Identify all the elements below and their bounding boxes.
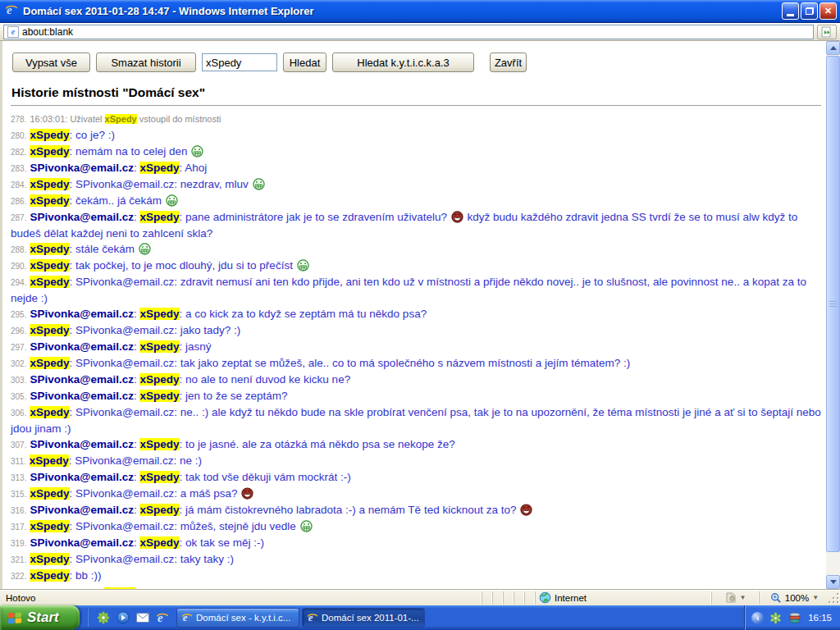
smazat-historii-button[interactable]: Smazat historii [96, 52, 196, 72]
message-text: : SPivonka@email.cz: ne.. :) ale když tu… [11, 406, 821, 435]
internet-explorer-icon: e [181, 612, 193, 623]
address-url: about:blank [22, 26, 73, 38]
taskbar-task-button[interactable]: eDomácí sex 2011-01-... [302, 608, 425, 628]
mail-icon[interactable] [135, 611, 149, 625]
message-text: : co je? :) [70, 129, 116, 141]
nick-highlighted: xSpedy [105, 114, 137, 124]
line-number: 286. [11, 197, 26, 206]
divider-top [11, 105, 821, 106]
zavrit-button[interactable]: Zavřít [490, 52, 527, 72]
chat-message-line: 316.SPivonka@email.cz: xSpedy: já mám či… [11, 502, 823, 518]
line-number: 280. [11, 131, 26, 140]
chat-message-line: 295.SPivonka@email.cz: xSpedy: a co kick… [11, 306, 823, 322]
internet-explorer-icon[interactable]: e [155, 611, 169, 625]
ie-window: e Domácí sex 2011-01-28 14:47 - Windows … [0, 0, 840, 630]
internet-explorer-icon: e [307, 612, 318, 623]
line-number: 313. [11, 473, 26, 482]
line-number: 297. [11, 343, 26, 352]
line-number: 305. [11, 392, 26, 401]
go-button[interactable] [817, 25, 837, 39]
nick-highlighted: xSpedy [139, 471, 179, 483]
message-text: : tak tod vše děkuji vám mockrát :-) [180, 471, 351, 483]
hledat-button[interactable]: Hledat [283, 52, 326, 72]
chat-system-line: 278.16:03:01: Uživatel xSpedy vstoupil d… [11, 111, 823, 127]
resize-grip[interactable] [829, 591, 840, 605]
scroll-down-button[interactable] [826, 575, 840, 589]
taskbar-clock[interactable]: 16:15 [808, 613, 832, 623]
line-number: 282. [11, 148, 26, 157]
message-text: : SPivonka@email.cz: ne :) [69, 454, 202, 467]
icq-flower-icon[interactable] [96, 611, 110, 625]
nick-highlighted: xSpedy [139, 373, 179, 386]
line-number: 278. [11, 115, 26, 124]
message-text: : SPivonka@email.cz: zdravit nemusí ani … [11, 276, 806, 304]
chat-message-line: 288.xSpedy: stále čekám [11, 241, 823, 258]
laugh-emoticon [520, 504, 532, 516]
start-button[interactable]: Start [0, 605, 80, 630]
nick: SPivonka@email.cz [30, 438, 133, 450]
nick-highlighted: xSpedy [139, 390, 179, 402]
line-number: 303. [11, 376, 26, 385]
tray-chevron-icon[interactable]: ‹ [751, 612, 764, 624]
laugh-emoticon [241, 487, 253, 500]
vypsat-vse-button[interactable]: Vypsat vše [12, 52, 90, 72]
minimize-button[interactable] [782, 2, 799, 20]
page-content: Vypsat vše Smazat historii Hledat Hledat… [2, 41, 826, 589]
line-number: 321. [11, 555, 26, 564]
nick-highlighted: xSpedy [30, 194, 69, 207]
status-pane [503, 591, 514, 605]
nick-highlighted: xSpedy [30, 129, 69, 141]
grin-emoticon [139, 243, 151, 255]
protected-mode-pane[interactable]: ▼ [711, 591, 759, 605]
message-text: : nemám na to celej den [70, 145, 191, 158]
nick-highlighted: xSpedy [30, 243, 69, 255]
chat-message-line: 321.xSpedy: SPivonka@email.cz: taky taky… [11, 551, 823, 568]
message-text: : a co kick za to když se zeptám má tu n… [180, 308, 427, 320]
chat-message-line: 284.xSpedy: SPivonka@email.cz: nezdrav, … [11, 176, 823, 193]
laugh-emoticon [451, 211, 463, 223]
chat-message-line: 319.SPivonka@email.cz: xSpedy: ok tak se… [11, 535, 823, 551]
system-text: 16:03:01: Uživatel [30, 114, 104, 124]
go-icon [821, 26, 833, 38]
line-number: 322. [11, 572, 26, 581]
message-text: : SPivonka@email.cz: taky taky :) [70, 553, 235, 565]
grin-emoticon [253, 178, 265, 190]
message-text: : to je jasné. ale za otázká má někdo ps… [180, 438, 455, 450]
zoom-control-pane[interactable]: 100% ▼ [759, 591, 829, 605]
chat-message-line: 305.SPivonka@email.cz: xSpedy: jen to že… [11, 388, 823, 404]
scrollbar-track[interactable] [826, 55, 840, 575]
media-player-icon[interactable] [116, 611, 130, 625]
taskbar-task-button[interactable]: eDomácí sex - k.y.t.i.c... [176, 608, 299, 628]
restore-button[interactable] [801, 2, 818, 20]
tray-app-icon[interactable] [788, 611, 801, 625]
nick: SPivonka@email.cz [30, 308, 133, 320]
message-text: : SPivonka@email.cz: tak jako zeptat se … [70, 357, 631, 369]
nick-highlighted: xSpedy [139, 536, 179, 549]
hledat-kyticka-button[interactable]: Hledat k.y.t.i.c.k.a.3 [332, 52, 474, 72]
scroll-up-button[interactable] [826, 41, 840, 55]
chat-message-line: 317.xSpedy: SPivonka@email.cz: můžeš, st… [11, 518, 823, 535]
close-button[interactable]: ✕ [819, 2, 837, 20]
svg-text:e: e [183, 612, 188, 623]
task-label: Domácí sex - k.y.t.i.c... [196, 613, 290, 623]
address-input[interactable]: e about:blank [3, 25, 814, 39]
search-input[interactable] [202, 53, 277, 71]
svg-text:e: e [7, 3, 12, 16]
vertical-scrollbar [826, 41, 840, 589]
icq-flower-icon[interactable] [769, 611, 783, 625]
chat-history: 278.16:03:01: Uživatel xSpedy vstoupil d… [11, 111, 823, 589]
nick-highlighted: xSpedy [30, 324, 69, 336]
zoom-magnifier-icon [770, 592, 782, 604]
scrollbar-thumb[interactable] [826, 56, 840, 552]
dropdown-arrow-icon: ▼ [812, 594, 819, 601]
status-text: Hotovo [0, 593, 482, 603]
nick-highlighted: xSpedy [139, 504, 179, 516]
start-label: Start [27, 609, 59, 626]
chat-message-line: 313.SPivonka@email.cz: xSpedy: tak tod v… [11, 469, 823, 486]
status-bar: Hotovo Internet ▼ 100% ▼ [0, 589, 840, 605]
security-zone-pane[interactable]: Internet [535, 591, 711, 605]
protected-mode-icon [725, 592, 737, 603]
message-text: : čekám.. já čekám [70, 194, 165, 207]
line-number: 302. [11, 359, 26, 368]
nick: SPivonka@email.cz [30, 340, 133, 353]
